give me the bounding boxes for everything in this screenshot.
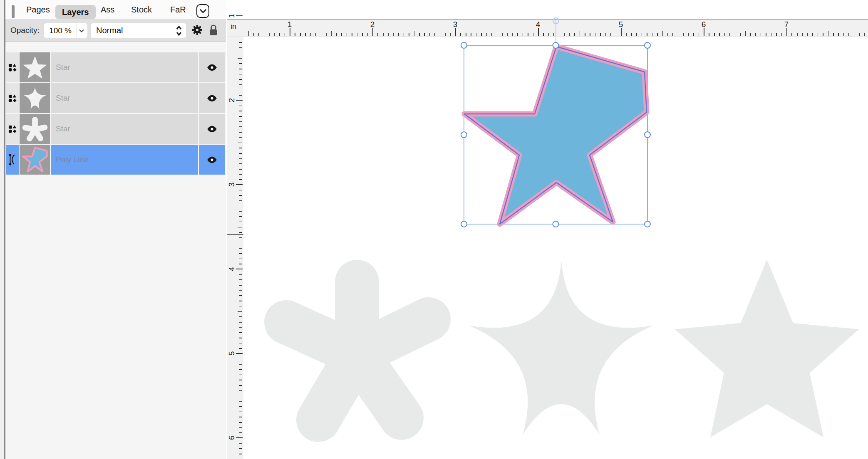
h-ruler-tick	[616, 33, 617, 36]
v-ruler-tick	[239, 121, 242, 122]
v-ruler-tick-major	[236, 437, 243, 438]
ghost-star-spiky[interactable]	[469, 260, 653, 435]
v-ruler-number: 3	[228, 180, 236, 189]
layer-thumbnail[interactable]	[20, 145, 50, 175]
blend-mode-select[interactable]: Normal	[91, 23, 186, 38]
layer-type-badge	[6, 145, 19, 175]
v-ruler-tick-major	[236, 15, 243, 16]
v-ruler-tick	[239, 406, 242, 407]
document-canvas	[227, 0, 868, 459]
h-ruler-tick	[781, 33, 782, 36]
h-ruler-tick	[647, 33, 647, 36]
h-ruler-tick	[414, 31, 415, 36]
h-ruler-tick	[434, 33, 435, 36]
tab-layers[interactable]: Layers	[55, 5, 96, 19]
v-ruler-tick	[238, 58, 242, 59]
selected-shape-poly-line[interactable]	[464, 47, 647, 224]
visibility-toggle[interactable]	[199, 52, 225, 82]
v-ruler-tick	[239, 222, 242, 222]
v-ruler-tick	[239, 364, 242, 365]
v-ruler-tick	[239, 448, 242, 449]
h-ruler-tick	[859, 33, 860, 36]
v-ruler-tick	[239, 264, 242, 264]
handle-bottom-left[interactable]	[461, 221, 467, 227]
handle-top-center[interactable]	[553, 42, 559, 48]
h-ruler-tick	[750, 33, 751, 36]
layer-options-toolbar: Opacity: 100 % Normal	[5, 19, 226, 42]
v-ruler-tick	[239, 422, 242, 423]
visibility-toggle[interactable]	[199, 114, 225, 144]
h-ruler-tick	[445, 33, 446, 36]
h-ruler-number: 7	[781, 20, 792, 29]
h-ruler-tick	[341, 33, 342, 36]
h-ruler-tick	[253, 33, 254, 36]
handle-mid-left[interactable]	[461, 132, 467, 138]
layer-thumbnail[interactable]	[20, 52, 50, 82]
handle-bottom-right[interactable]	[645, 221, 650, 227]
v-ruler-tick	[239, 427, 242, 428]
v-ruler-number: 5	[228, 349, 236, 358]
layer-row-star-2[interactable]: Star	[5, 83, 225, 113]
layer-name-cell[interactable]: Poly Line	[51, 145, 198, 175]
h-ruler-tick	[393, 33, 394, 36]
h-ruler-tick	[693, 33, 694, 36]
lock-icon	[208, 23, 219, 37]
v-ruler-tick	[239, 137, 242, 138]
tab-far[interactable]: FaR	[170, 0, 186, 19]
h-ruler-tick	[864, 33, 865, 36]
h-ruler-tick	[735, 33, 736, 36]
layer-thumbnail[interactable]	[20, 83, 50, 113]
v-ruler-tick	[239, 84, 242, 85]
v-ruler-tick	[239, 369, 242, 370]
panel-drag-handle[interactable]	[12, 5, 15, 18]
layer-settings-button[interactable]	[191, 24, 203, 38]
h-ruler-tick	[729, 33, 730, 36]
selection-bounding-box	[464, 45, 647, 224]
v-ruler-tick	[239, 174, 242, 175]
app-window: Pages Layers Ass Stock FaR Opacity: 100 …	[0, 0, 868, 459]
layer-name-cell[interactable]: Star	[51, 52, 198, 82]
h-ruler-tick	[486, 33, 487, 36]
layer-name-cell[interactable]: Star	[51, 83, 198, 113]
h-ruler-tick	[818, 33, 818, 36]
layer-row-poly-line[interactable]: Poly Line	[5, 145, 225, 175]
h-ruler-tick	[367, 33, 368, 36]
tab-overflow-button[interactable]	[196, 4, 209, 18]
ghost-star-classic[interactable]	[675, 259, 859, 437]
v-ruler-tick	[239, 200, 242, 201]
layer-row-star-1[interactable]: Star	[5, 52, 225, 82]
visibility-toggle[interactable]	[199, 145, 225, 175]
tab-assets[interactable]: Ass	[101, 0, 114, 19]
horizontal-ruler: in 1234567	[227, 19, 868, 37]
h-ruler-tick	[352, 33, 352, 36]
opacity-dropdown[interactable]: 100 %	[44, 23, 87, 38]
layer-thumbnail[interactable]	[20, 114, 50, 144]
tab-stock[interactable]: Stock	[131, 0, 152, 19]
v-ruler-number: 4	[228, 265, 236, 273]
ghost-star-puffy[interactable]	[286, 282, 429, 420]
v-ruler-tick	[239, 259, 242, 259]
layer-row-star-3[interactable]: Star	[5, 114, 225, 144]
v-ruler-tick	[239, 69, 242, 69]
visibility-toggle[interactable]	[199, 83, 225, 113]
v-ruler-tick	[239, 306, 242, 307]
v-ruler-tick	[239, 153, 242, 154]
h-ruler-tick	[667, 33, 668, 36]
layer-lock-button[interactable]	[208, 23, 219, 38]
h-ruler-tick	[709, 33, 709, 36]
handle-bottom-center[interactable]	[553, 221, 559, 227]
tab-pages[interactable]: Pages	[26, 0, 50, 19]
handle-top-right[interactable]	[645, 42, 650, 48]
eye-icon	[207, 156, 217, 163]
opacity-label: Opacity:	[10, 19, 40, 42]
h-ruler-tick	[269, 33, 270, 36]
h-ruler-tick	[564, 33, 565, 36]
handle-mid-right[interactable]	[645, 132, 650, 138]
canvas-workspace[interactable]: in 1234567 123456	[227, 0, 868, 459]
layers-list: Star Star	[5, 52, 225, 175]
handle-top-left[interactable]	[461, 42, 467, 48]
h-ruler-number: 5	[615, 20, 626, 29]
layer-name-cell[interactable]: Star	[51, 114, 198, 144]
v-ruler-tick	[239, 285, 242, 286]
v-ruler-tick	[239, 248, 242, 249]
